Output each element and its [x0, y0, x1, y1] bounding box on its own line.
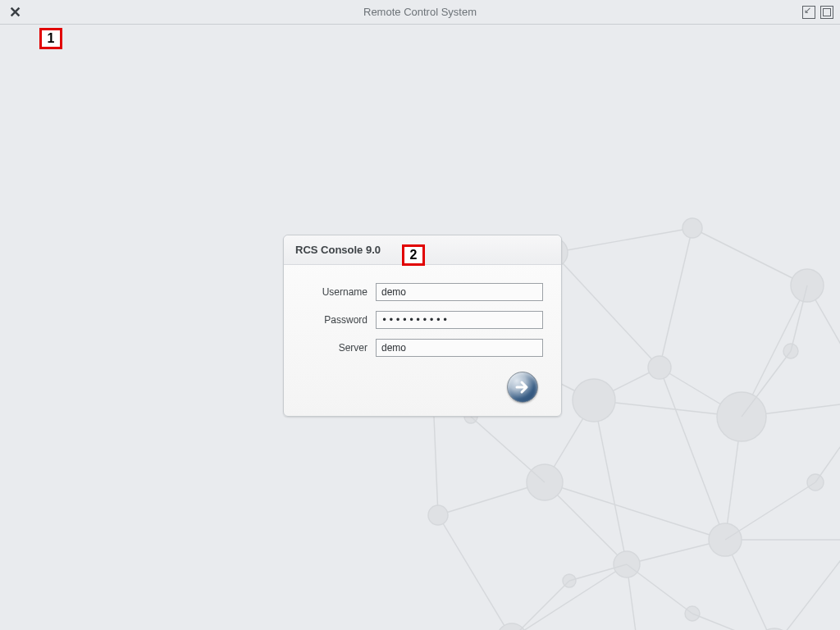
svg-line-60	[569, 564, 627, 581]
password-input[interactable]	[376, 311, 543, 329]
close-icon[interactable]: ✕	[7, 3, 23, 21]
svg-line-29	[594, 400, 627, 564]
svg-line-26	[594, 400, 742, 417]
window-controls	[802, 6, 833, 19]
svg-point-38	[497, 623, 527, 630]
svg-line-22	[725, 417, 742, 540]
svg-point-39	[428, 505, 448, 525]
arrow-right-icon	[514, 378, 532, 396]
svg-line-20	[594, 368, 660, 400]
svg-line-21	[660, 368, 742, 417]
svg-line-54	[742, 351, 791, 417]
password-row: Password	[302, 311, 543, 329]
username-input[interactable]	[376, 283, 543, 301]
svg-point-44	[614, 551, 640, 578]
svg-point-49	[685, 606, 700, 621]
svg-line-23	[627, 540, 725, 564]
svg-point-50	[563, 574, 576, 587]
svg-point-48	[807, 474, 824, 491]
password-label: Password	[302, 314, 376, 326]
svg-point-42	[717, 392, 766, 441]
svg-line-27	[660, 368, 725, 540]
login-panel-title: RCS Console 9.0	[284, 235, 561, 265]
svg-line-19	[438, 482, 545, 515]
svg-point-32	[682, 218, 702, 238]
svg-line-53	[791, 285, 807, 351]
server-row: Server	[302, 339, 543, 357]
login-panel: RCS Console 9.0 Username Password Server	[283, 235, 562, 417]
svg-line-57	[692, 614, 774, 630]
svg-line-18	[512, 564, 627, 630]
maximize-button[interactable]	[820, 6, 833, 19]
svg-line-52	[471, 417, 545, 482]
svg-point-47	[783, 344, 798, 358]
svg-line-12	[660, 228, 692, 368]
titlebar: ✕ Remote Control System	[0, 0, 840, 25]
callout-marker-1: 1	[39, 28, 62, 49]
svg-line-16	[725, 540, 774, 630]
svg-point-41	[648, 356, 671, 379]
server-input[interactable]	[376, 339, 543, 357]
svg-line-24	[545, 482, 627, 564]
submit-row	[302, 367, 543, 403]
svg-line-11	[553, 253, 660, 368]
svg-point-33	[791, 269, 824, 302]
svg-line-28	[545, 482, 725, 540]
svg-point-43	[709, 523, 742, 556]
main-area: RCS Console 9.0 Username Password Server	[0, 25, 840, 630]
login-form: Username Password Server	[284, 265, 561, 416]
window-title: Remote Control System	[0, 6, 840, 18]
svg-line-17	[627, 564, 643, 630]
username-label: Username	[302, 286, 376, 298]
svg-line-59	[512, 581, 569, 630]
login-button[interactable]	[507, 372, 538, 403]
svg-line-14	[742, 400, 840, 417]
svg-point-40	[573, 379, 615, 422]
svg-line-13	[742, 285, 807, 417]
server-label: Server	[302, 342, 376, 354]
svg-point-45	[527, 464, 563, 500]
svg-line-58	[627, 564, 692, 614]
minimize-button[interactable]	[802, 6, 815, 19]
svg-line-5	[774, 540, 840, 630]
svg-line-56	[725, 482, 815, 540]
svg-line-3	[807, 285, 840, 400]
svg-line-55	[815, 400, 840, 482]
svg-line-1	[553, 228, 692, 253]
svg-line-8	[438, 515, 512, 630]
username-row: Username	[302, 283, 543, 301]
svg-line-2	[692, 228, 807, 285]
